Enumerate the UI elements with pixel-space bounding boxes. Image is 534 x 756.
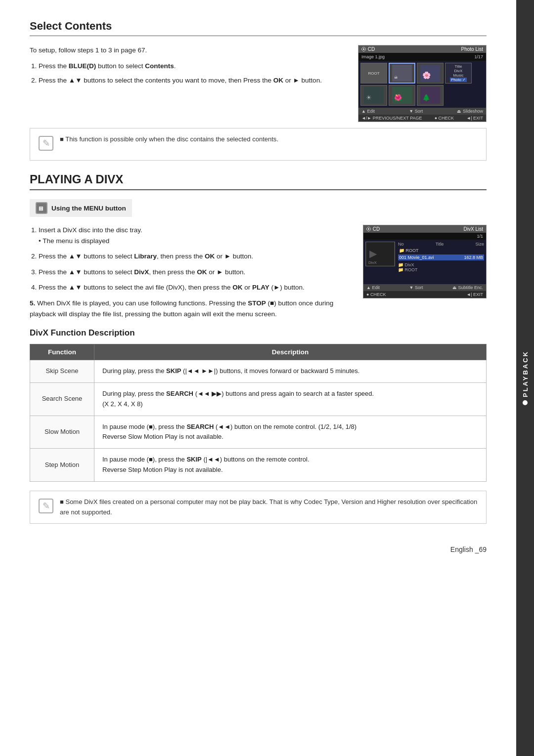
col-header-description: Description xyxy=(94,344,487,360)
divx-footer-exit: ◄| EXIT xyxy=(466,292,483,297)
svg-text:🌸: 🌸 xyxy=(422,71,431,80)
function-table: Function Description Skip Scene During p… xyxy=(30,344,487,482)
screen-thumb-root: ROOT xyxy=(360,63,387,84)
divx-root-row: 📁 ROOT xyxy=(398,248,484,253)
svg-text:DivX: DivX xyxy=(368,260,377,265)
sidebar-music: Music xyxy=(453,73,464,78)
svg-text:🏔: 🏔 xyxy=(394,76,398,79)
screen-filename: Image 1.jpg xyxy=(361,54,385,59)
func-desc-title: DivX Function Description xyxy=(30,328,487,338)
screen-thumb-1: 🏔 xyxy=(389,63,415,84)
footer-page-number: English _69 xyxy=(450,546,487,553)
screen-counter: 1/17 xyxy=(474,54,483,59)
note-icon: ✎ xyxy=(38,135,54,154)
select-contents-section: Select Contents To setup, follow steps 1… xyxy=(30,20,487,161)
footer-check: ● CHECK xyxy=(435,116,454,121)
table-row: Skip Scene During play, press the SKIP (… xyxy=(30,360,487,383)
divx-step5: 5. When DivX file is played, you can use… xyxy=(30,298,351,319)
sidebar-photo: Photo ✓ xyxy=(450,78,467,82)
svg-text:🌲: 🌲 xyxy=(422,93,431,102)
footer-exit: ◄| EXIT xyxy=(466,116,483,121)
divx-screen-body: ▶DivX No Title Size 📁 ROOT xyxy=(363,240,486,284)
footer-prev-next: ◄/► PREVIOUS/NEXT PAGE xyxy=(361,116,422,121)
playing-divx-section: PLAYING A DIVX ▤ Using the MENU button I… xyxy=(30,172,487,524)
menu-button-note: ▤ Using the MENU button xyxy=(30,199,132,217)
divx-list-screen: 🖸 CD DivX List 1/1 ▶DivX xyxy=(363,225,487,298)
function-step-motion: Step Motion xyxy=(30,449,94,482)
description-slow-motion: In pause mode (■), press the SEARCH (◄◄)… xyxy=(94,416,487,449)
divx-note: ✎ ■ Some DivX files created on a persona… xyxy=(30,491,487,524)
svg-text:✎: ✎ xyxy=(43,501,50,511)
divx-counter: 1/1 xyxy=(477,234,483,239)
screen-header-right: Photo List xyxy=(461,46,483,52)
description-skip-scene: During play, press the SKIP (|◄◄ ►►|) bu… xyxy=(94,360,487,383)
svg-text:▤: ▤ xyxy=(39,206,43,211)
select-contents-note: ✎ ■ This function is possible only when … xyxy=(30,128,487,161)
tab-dot xyxy=(523,401,528,406)
divx-step4: Press the ▲▼ buttons to select the avi f… xyxy=(39,282,351,293)
select-contents-screen: 🖸 CD Photo List Image 1.jpg 1/17 ROOT 🏔 xyxy=(358,45,487,122)
screen-thumb-sidebar: Title DivX Music Photo ✓ xyxy=(445,63,472,84)
divx-step3: Press the ▲▼ buttons to select DivX, the… xyxy=(39,267,351,278)
function-search-scene: Search Scene xyxy=(30,382,94,416)
divx-thumbnail: ▶DivX xyxy=(365,242,395,266)
description-step-motion: In pause mode (■), press the SKIP (|◄◄) … xyxy=(94,449,487,482)
divx-body: Insert a DivX disc into the disc tray. •… xyxy=(30,225,487,319)
screen-thumb-3: ☀ xyxy=(360,85,387,106)
table-row: Search Scene During play, press the SEAR… xyxy=(30,382,487,416)
note-content: ■ This function is possible only when th… xyxy=(60,134,278,145)
divx-header-right: DivX List xyxy=(464,226,483,232)
divx-file-row: 001 Movie_01.avi 162.8 MB xyxy=(398,254,484,260)
divx-screen-footer: ▲ Edit▼ Sort⏏ Subtitle Enc. xyxy=(363,284,486,291)
divx-tree: 📁 DivX 📁 ROOT xyxy=(398,262,484,272)
menu-button-label: Using the MENU button xyxy=(51,205,126,212)
divx-step1: Insert a DivX disc into the disc tray. •… xyxy=(39,225,351,246)
svg-text:✎: ✎ xyxy=(43,138,50,148)
playback-tab: PLAYBACK xyxy=(516,0,534,756)
sidebar-divx: DivX xyxy=(454,69,463,73)
function-slow-motion: Slow Motion xyxy=(30,416,94,449)
table-row: Step Motion In pause mode (■), press the… xyxy=(30,449,487,482)
divx-header-left: 🖸 CD xyxy=(366,226,380,232)
screen-footer: ▲ Edit▼ Sort⏏ Slideshow xyxy=(358,108,486,115)
svg-text:🌺: 🌺 xyxy=(394,93,402,102)
divx-note-content: ■ Some DivX files created on a personal … xyxy=(60,497,478,518)
page-footer: English _69 xyxy=(30,536,487,553)
divx-list-area: No Title Size 📁 ROOT 001 Movie_01.avi 16… xyxy=(398,242,484,282)
select-contents-step2: Press the ▲▼ buttons to select the conte… xyxy=(39,75,346,86)
playing-divx-title: PLAYING A DIVX xyxy=(30,172,487,190)
divx-steps-list: Insert a DivX disc into the disc tray. •… xyxy=(39,225,351,293)
col-header-function: Function xyxy=(30,344,94,360)
screen-thumb-5: 🌲 xyxy=(417,85,444,106)
col-no: No xyxy=(398,242,404,247)
divx-step2: Press the ▲▼ buttons to select Library, … xyxy=(39,251,351,262)
col-title: Title xyxy=(436,242,444,247)
table-row: Slow Motion In pause mode (■), press the… xyxy=(30,416,487,449)
function-skip-scene: Skip Scene xyxy=(30,360,94,383)
select-contents-steps: Press the BLUE(D) button to select Conte… xyxy=(39,61,346,86)
screen-header-left: 🖸 CD xyxy=(361,46,375,52)
select-contents-text: To setup, follow steps 1 to 3 in page 67… xyxy=(30,45,346,122)
svg-text:☀: ☀ xyxy=(366,94,372,101)
select-contents-title: Select Contents xyxy=(30,20,487,36)
divx-screen-container: 🖸 CD DivX List 1/1 ▶DivX xyxy=(363,225,487,319)
photo-list-screen: 🖸 CD Photo List Image 1.jpg 1/17 ROOT 🏔 xyxy=(358,45,487,122)
select-contents-intro: To setup, follow steps 1 to 3 in page 67… xyxy=(30,45,346,56)
divx-footer-check: ● CHECK xyxy=(366,292,386,297)
tab-label: PLAYBACK xyxy=(522,350,529,405)
screen-thumb-4: 🌺 xyxy=(389,85,415,106)
divx-note-icon: ✎ xyxy=(38,498,54,517)
divx-steps: Insert a DivX disc into the disc tray. •… xyxy=(30,225,351,319)
divx-screen-header: 🖸 CD DivX List xyxy=(363,225,486,233)
select-contents-step1: Press the BLUE(D) button to select Conte… xyxy=(39,61,346,72)
screen-header: 🖸 CD Photo List xyxy=(358,45,486,53)
menu-icon: ▤ xyxy=(36,202,47,214)
svg-text:▶: ▶ xyxy=(369,248,377,259)
col-size: Size xyxy=(475,242,484,247)
sidebar-title: Title xyxy=(455,64,462,69)
description-search-scene: During play, press the SEARCH (◄◄ ▶▶) bu… xyxy=(94,382,487,416)
screen-thumb-2: 🌸 xyxy=(417,63,444,84)
